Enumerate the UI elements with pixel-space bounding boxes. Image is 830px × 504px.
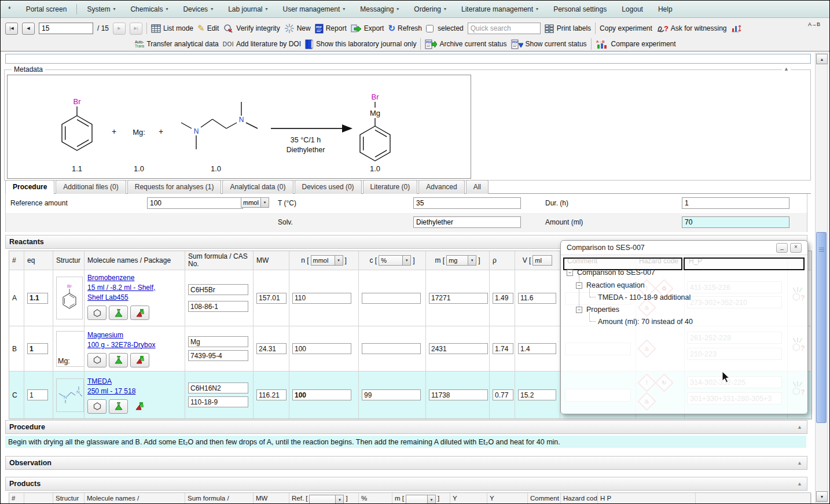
scrollbar-thumb[interactable]: [816, 232, 827, 423]
prev-page-button[interactable]: ◀: [22, 23, 35, 35]
tree-root[interactable]: − Comparison to SES-007: [567, 268, 655, 277]
temperature-input[interactable]: [413, 197, 521, 209]
row-a-c-input[interactable]: [362, 293, 421, 304]
copy-experiment-button[interactable]: Copy experiment: [600, 24, 652, 32]
row-c-formula-input[interactable]: C6H16N2: [188, 382, 248, 393]
show-status-button[interactable]: PDF Show current status: [511, 39, 587, 49]
scroll-down-button[interactable]: ▼: [816, 491, 828, 502]
row-b-container-button[interactable]: [109, 353, 128, 367]
tab-analytical-data[interactable]: Analytical data (0): [222, 180, 293, 194]
row-a-structure-thumbnail[interactable]: Br: [56, 277, 83, 319]
tab-requests-analyses[interactable]: Requests for analyses (1): [127, 180, 222, 194]
tab-advanced[interactable]: Advanced: [418, 180, 464, 194]
row-b-hazard-button[interactable]: [130, 353, 149, 367]
n-unit-select[interactable]: mmol▼: [311, 255, 343, 266]
row-a-rho-value[interactable]: 1.49: [493, 293, 513, 304]
menu-literature-management[interactable]: Literature management▾: [454, 1, 546, 18]
tree-branch-properties[interactable]: − Properties: [576, 306, 619, 314]
menu-messaging[interactable]: Messaging▾: [352, 1, 406, 18]
collapse-icon[interactable]: ▲: [797, 424, 802, 430]
popup-minimize-button[interactable]: _: [776, 243, 788, 253]
collapse-icon[interactable]: ▲: [797, 460, 802, 466]
tree-expander-icon[interactable]: −: [576, 307, 582, 313]
row-c-molecule-link[interactable]: TMEDA: [87, 377, 112, 387]
tree-expander-icon[interactable]: −: [567, 270, 573, 276]
menu-help[interactable]: Help: [651, 1, 680, 18]
add-literature-doi-button[interactable]: DOI Add literature by DOI: [223, 40, 301, 48]
row-a-cas-input[interactable]: 108-86-1: [188, 301, 248, 312]
row-a-m-input[interactable]: 17271: [429, 293, 488, 304]
first-page-button[interactable]: |◀: [5, 23, 18, 35]
edit-button[interactable]: ✎ Edit: [197, 23, 219, 34]
row-a-package-link-2[interactable]: Shelf Lab455: [87, 293, 128, 303]
vertical-scrollbar[interactable]: ▲ ▼: [815, 53, 828, 503]
export-button[interactable]: Export: [351, 24, 384, 33]
row-b-n-input[interactable]: 100: [292, 343, 351, 354]
refresh-button[interactable]: ↻ Refresh: [388, 23, 422, 34]
row-b-rho-value[interactable]: 1.74: [493, 343, 513, 354]
row-a-formula-input[interactable]: C6H5Br: [188, 284, 248, 295]
tab-additional-files[interactable]: Additional files (0): [56, 180, 126, 194]
c-unit-select[interactable]: %▼: [379, 255, 411, 266]
row-b-formula-input[interactable]: Mg: [188, 336, 248, 347]
experiment-title-strip[interactable]: [5, 54, 811, 64]
quick-search-input[interactable]: [468, 23, 541, 34]
amount-input[interactable]: [682, 216, 789, 228]
last-page-button[interactable]: ▶|: [130, 23, 142, 35]
row-b-structure-thumbnail[interactable]: Mg:: [56, 331, 85, 367]
row-a-v-value[interactable]: 11.6: [518, 293, 556, 304]
row-b-molecule-link[interactable]: Magnesium: [87, 330, 123, 340]
scroll-up-button[interactable]: ▲: [816, 54, 828, 64]
next-page-button[interactable]: ▶: [113, 23, 126, 35]
collapse-icon[interactable]: ▲: [797, 481, 802, 487]
tree-expander-icon[interactable]: −: [576, 282, 582, 289]
procedure-section-header[interactable]: Procedure ▲: [5, 420, 807, 434]
menu-logout[interactable]: Logout: [614, 1, 651, 18]
archive-status-button[interactable]: PDF Archive current status: [425, 39, 506, 49]
row-c-structure-button[interactable]: [87, 399, 106, 414]
row-c-eq-input[interactable]: 1: [27, 389, 48, 400]
menu-personal-settings[interactable]: Personal settings: [546, 1, 614, 18]
show-journal-only-button[interactable]: Show this laboratory journal only: [305, 39, 416, 49]
row-a-n-input[interactable]: 110: [292, 293, 351, 304]
solvent-input[interactable]: [413, 216, 521, 228]
row-b-structure-button[interactable]: [87, 353, 106, 367]
row-c-mw-value[interactable]: 116.21: [256, 389, 287, 400]
menu-lab-journal[interactable]: Lab journal▾: [221, 1, 275, 18]
row-a-package-link[interactable]: 15 ml / -8.2 ml - Shelf,: [87, 283, 155, 293]
row-c-package-link[interactable]: 250 ml - 17 518: [87, 387, 135, 396]
menu-devices[interactable]: Devices▾: [175, 1, 221, 18]
menu-star[interactable]: *: [1, 1, 19, 18]
tab-devices-used[interactable]: Devices used (0): [295, 180, 362, 194]
menu-ordering[interactable]: Ordering▾: [406, 1, 454, 18]
row-b-eq-input[interactable]: 1: [27, 343, 48, 354]
new-button[interactable]: New: [284, 23, 311, 34]
ref-unit-select[interactable]: ▼: [309, 495, 344, 504]
tree-leaf-amount-diff[interactable]: Amount (ml): 70 instead of 40: [598, 318, 693, 326]
row-b-c-input[interactable]: [362, 343, 421, 354]
compare-experiment-button[interactable]: A→B Compare experiment: [596, 39, 676, 49]
row-a-container-button[interactable]: [109, 306, 128, 320]
row-c-cas-input[interactable]: 110-18-9: [188, 396, 248, 407]
comparison-popup-titlebar[interactable]: Comparison to SES-007 _ ×: [561, 241, 807, 255]
row-a-eq-input[interactable]: 1.1: [27, 293, 48, 304]
row-c-v-value[interactable]: 15.2: [518, 389, 556, 400]
reference-amount-input[interactable]: [147, 197, 243, 209]
row-c-hazard-button[interactable]: [130, 400, 148, 413]
v-unit-select[interactable]: ml: [532, 255, 552, 266]
row-c-m-input[interactable]: 11738: [429, 389, 488, 400]
row-b-v-value[interactable]: 1.4: [518, 343, 556, 354]
popup-close-button[interactable]: ×: [790, 243, 802, 253]
row-b-mw-value[interactable]: 24.31: [256, 343, 287, 354]
selected-checkbox[interactable]: [426, 25, 434, 32]
row-c-container-button[interactable]: [109, 399, 128, 414]
row-a-mw-value[interactable]: 157.01: [256, 293, 287, 304]
products-section-header[interactable]: Products ▲: [5, 477, 807, 491]
tab-procedure[interactable]: Procedure: [5, 180, 54, 194]
menu-portal-screen[interactable]: Portal screen: [19, 1, 75, 18]
procedure-text[interactable]: Begin with drying all the glassware and …: [5, 436, 806, 448]
compare-chart-icon[interactable]: [731, 24, 742, 34]
page-number-input[interactable]: [39, 23, 93, 34]
row-c-c-input[interactable]: 99: [362, 389, 421, 400]
row-c-structure-thumbnail[interactable]: N N: [56, 378, 84, 412]
